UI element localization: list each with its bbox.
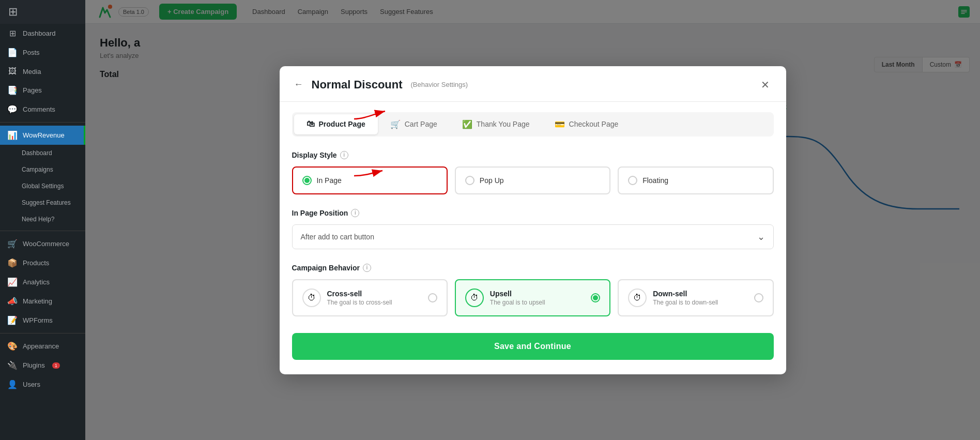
down-sell-icon: ⏱ bbox=[628, 289, 647, 307]
tab-thank-you-page[interactable]: ✅ Thank You Page bbox=[450, 114, 542, 134]
plugins-icon: 🔌 bbox=[7, 360, 18, 370]
modal-overlay[interactable]: ← Normal Discount (Behavior Settings) ✕ … bbox=[85, 0, 980, 440]
sidebar-sub-global-settings[interactable]: Global Settings bbox=[0, 178, 85, 194]
admin-bar: ⊞ bbox=[0, 0, 85, 24]
sidebar-sub-dashboard[interactable]: Dashboard bbox=[0, 145, 85, 161]
chevron-down-icon: ⌄ bbox=[757, 231, 765, 242]
display-style-info-icon[interactable]: i bbox=[340, 151, 348, 159]
wowrevenue-icon: 📊 bbox=[7, 130, 18, 140]
display-style-options: In Page Pop Up Floating bbox=[292, 166, 774, 194]
down-sell-radio bbox=[754, 293, 763, 302]
tab-cart-page[interactable]: 🛒 Cart Page bbox=[378, 114, 450, 134]
sidebar-sub-need-help[interactable]: Need Help? bbox=[0, 211, 85, 227]
pages-icon: 📑 bbox=[7, 85, 18, 95]
marketing-icon: 📣 bbox=[7, 296, 18, 306]
modal-close-button[interactable]: ✕ bbox=[757, 77, 774, 93]
sidebar-item-appearance[interactable]: 🎨 Appearance bbox=[0, 337, 85, 356]
behavior-option-down-sell[interactable]: ⏱ Down-sell The goal is to down-sell bbox=[618, 279, 773, 316]
display-style-label: Display Style i bbox=[292, 151, 774, 159]
thank-you-page-tab-icon: ✅ bbox=[462, 119, 472, 129]
product-page-tab-icon: 🛍 bbox=[307, 119, 315, 129]
plugins-badge: 1 bbox=[52, 362, 60, 369]
main-content: Beta 1.0 + Create Campaign Dashboard Cam… bbox=[85, 0, 980, 440]
floating-radio bbox=[628, 176, 637, 185]
sidebar-item-products[interactable]: 📦 Products bbox=[0, 253, 85, 272]
sidebar: ⊞ ⊞ Dashboard 📄 Posts 🖼 Media 📑 Pages 💬 … bbox=[0, 0, 85, 440]
checkout-page-tab-icon: 💳 bbox=[555, 119, 565, 129]
cross-sell-radio bbox=[428, 293, 437, 302]
tab-product-page[interactable]: 🛍 Product Page bbox=[294, 114, 378, 134]
modal-back-button[interactable]: ← bbox=[292, 77, 305, 92]
modal-subtitle: (Behavior Settings) bbox=[411, 81, 468, 88]
analytics-icon: 📈 bbox=[7, 277, 18, 287]
sidebar-divider-2 bbox=[0, 231, 85, 231]
in-page-radio bbox=[302, 176, 312, 185]
sidebar-sub-suggest-features[interactable]: Suggest Features bbox=[0, 194, 85, 211]
sidebar-item-comments[interactable]: 💬 Comments bbox=[0, 100, 85, 119]
campaign-behavior-label: Campaign Behavior i bbox=[292, 264, 774, 272]
sidebar-divider-3 bbox=[0, 333, 85, 333]
sidebar-item-wpforms[interactable]: 📝 WPForms bbox=[0, 311, 85, 330]
users-icon: 👤 bbox=[7, 380, 18, 389]
wp-logo: ⊞ bbox=[8, 5, 18, 19]
in-page-position-info-icon[interactable]: i bbox=[351, 209, 359, 217]
modal-title: Normal Discount bbox=[312, 78, 403, 92]
upsell-icon: ⏱ bbox=[465, 289, 484, 307]
modal-header: ← Normal Discount (Behavior Settings) ✕ bbox=[280, 66, 786, 102]
campaign-behavior-info-icon[interactable]: i bbox=[363, 264, 371, 272]
modal: ← Normal Discount (Behavior Settings) ✕ … bbox=[280, 66, 786, 374]
display-option-in-page[interactable]: In Page bbox=[292, 166, 448, 194]
popup-radio bbox=[465, 176, 474, 185]
behavior-option-cross-sell[interactable]: ⏱ Cross-sell The goal is to cross-sell bbox=[292, 279, 448, 316]
media-icon: 🖼 bbox=[7, 67, 18, 76]
behavior-options: ⏱ Cross-sell The goal is to cross-sell ⏱… bbox=[292, 279, 774, 316]
display-option-popup[interactable]: Pop Up bbox=[455, 166, 610, 194]
comments-icon: 💬 bbox=[7, 104, 18, 114]
behavior-option-upsell[interactable]: ⏱ Upsell The goal is to upsell bbox=[455, 279, 610, 316]
sidebar-item-pages[interactable]: 📑 Pages bbox=[0, 81, 85, 100]
down-sell-text: Down-sell The goal is to down-sell bbox=[653, 290, 718, 306]
dashboard-icon: ⊞ bbox=[7, 28, 18, 38]
cart-page-tab-icon: 🛒 bbox=[390, 119, 401, 129]
sidebar-item-marketing[interactable]: 📣 Marketing bbox=[0, 292, 85, 311]
appearance-icon: 🎨 bbox=[7, 341, 18, 351]
upsell-radio bbox=[591, 293, 600, 302]
sidebar-item-media[interactable]: 🖼 Media bbox=[0, 62, 85, 81]
woocommerce-icon: 🛒 bbox=[7, 239, 18, 249]
page-tabs: 🛍 Product Page 🛒 Cart Page ✅ Thank You P… bbox=[292, 112, 774, 136]
save-and-continue-button[interactable]: Save and Continue bbox=[292, 333, 774, 360]
display-option-floating[interactable]: Floating bbox=[618, 166, 773, 194]
sidebar-item-woocommerce[interactable]: 🛒 WooCommerce bbox=[0, 234, 85, 253]
close-icon: ✕ bbox=[761, 79, 770, 90]
modal-body: 🛍 Product Page 🛒 Cart Page ✅ Thank You P… bbox=[280, 102, 786, 374]
upsell-text: Upsell The goal is to upsell bbox=[490, 290, 545, 306]
sidebar-item-wowrevenue[interactable]: 📊 WowRevenue bbox=[0, 126, 85, 145]
in-page-position-label: In Page Position i bbox=[292, 209, 774, 217]
tab-checkout-page[interactable]: 💳 Checkout Page bbox=[542, 114, 631, 134]
cross-sell-text: Cross-sell The goal is to cross-sell bbox=[327, 290, 392, 306]
sidebar-item-dashboard[interactable]: ⊞ Dashboard bbox=[0, 24, 85, 43]
position-dropdown[interactable]: After add to cart button ⌄ bbox=[292, 224, 774, 249]
posts-icon: 📄 bbox=[7, 48, 18, 57]
sidebar-item-posts[interactable]: 📄 Posts bbox=[0, 43, 85, 62]
sidebar-item-analytics[interactable]: 📈 Analytics bbox=[0, 272, 85, 292]
cross-sell-icon: ⏱ bbox=[302, 289, 321, 307]
products-icon: 📦 bbox=[7, 258, 18, 268]
sidebar-item-plugins[interactable]: 🔌 Plugins 1 bbox=[0, 356, 85, 375]
sidebar-divider-1 bbox=[0, 122, 85, 123]
wpforms-icon: 📝 bbox=[7, 315, 18, 325]
sidebar-sub-campaigns[interactable]: Campaigns bbox=[0, 161, 85, 178]
sidebar-item-users[interactable]: 👤 Users bbox=[0, 375, 85, 394]
back-arrow-icon: ← bbox=[294, 79, 303, 90]
